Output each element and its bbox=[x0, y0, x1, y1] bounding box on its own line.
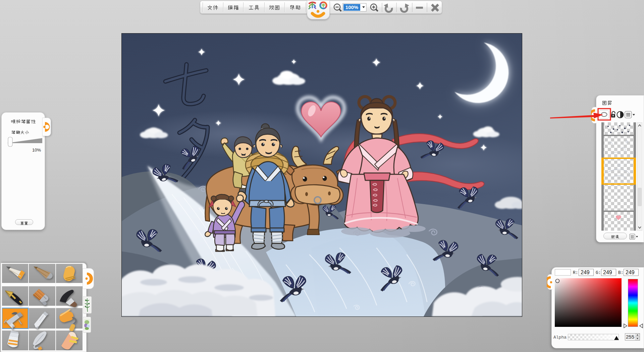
svg-text:100%: 100% bbox=[345, 4, 358, 10]
